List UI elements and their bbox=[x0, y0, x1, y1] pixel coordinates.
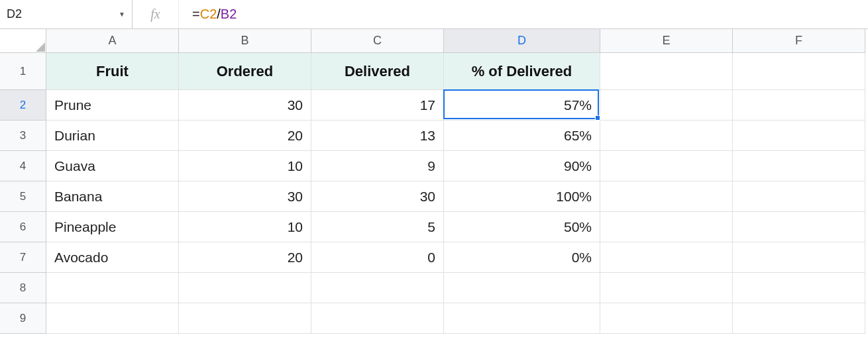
cell-e4[interactable] bbox=[600, 151, 733, 181]
cell-d9[interactable] bbox=[444, 303, 600, 334]
cell-f7[interactable] bbox=[733, 242, 865, 273]
row-header-7[interactable]: 7 bbox=[0, 242, 46, 273]
formula-input[interactable]: =C2/B2 bbox=[179, 7, 868, 22]
cell-d2[interactable]: 57% bbox=[444, 90, 600, 121]
cell-b8[interactable] bbox=[179, 273, 311, 303]
cell-f6[interactable] bbox=[733, 212, 865, 242]
row-header-5[interactable]: 5 bbox=[0, 181, 46, 212]
cell-b4[interactable]: 10 bbox=[179, 151, 311, 181]
cell-c7[interactable]: 0 bbox=[311, 242, 444, 273]
cell-a9[interactable] bbox=[46, 303, 179, 334]
row-header-2[interactable]: 2 bbox=[0, 90, 46, 121]
formula-ref-c2: C2 bbox=[200, 7, 217, 21]
formula-eq: = bbox=[192, 7, 200, 21]
col-header-a[interactable]: A bbox=[46, 29, 179, 53]
cell-e8[interactable] bbox=[600, 273, 733, 303]
cell-a4[interactable]: Guava bbox=[46, 151, 179, 181]
cell-d6[interactable]: 50% bbox=[444, 212, 600, 242]
row-header-8[interactable]: 8 bbox=[0, 273, 46, 303]
cell-f8[interactable] bbox=[733, 273, 865, 303]
cell-b9[interactable] bbox=[179, 303, 311, 334]
cell-c1[interactable]: Delivered bbox=[311, 53, 444, 90]
cell-a1[interactable]: Fruit bbox=[46, 53, 179, 90]
fx-icon[interactable]: fx bbox=[133, 0, 179, 28]
cell-c4[interactable]: 9 bbox=[311, 151, 444, 181]
name-box[interactable]: D2 ▼ bbox=[0, 0, 133, 28]
cell-d8[interactable] bbox=[444, 273, 600, 303]
cell-a7[interactable]: Avocado bbox=[46, 242, 179, 273]
cell-f1[interactable] bbox=[733, 53, 865, 90]
formula-ref-b2: B2 bbox=[221, 7, 237, 21]
cell-b2[interactable]: 30 bbox=[179, 90, 311, 121]
cell-d5[interactable]: 100% bbox=[444, 181, 600, 212]
spreadsheet-grid: A B C D E F 1 Fruit Ordered Delivered % … bbox=[0, 29, 868, 334]
cell-a6[interactable]: Pineapple bbox=[46, 212, 179, 242]
cell-c8[interactable] bbox=[311, 273, 444, 303]
cell-e1[interactable] bbox=[600, 53, 733, 90]
row-header-6[interactable]: 6 bbox=[0, 212, 46, 242]
cell-a3[interactable]: Durian bbox=[46, 121, 179, 151]
chevron-down-icon[interactable]: ▼ bbox=[119, 11, 125, 18]
cell-b3[interactable]: 20 bbox=[179, 121, 311, 151]
cell-f4[interactable] bbox=[733, 151, 865, 181]
row-header-9[interactable]: 9 bbox=[0, 303, 46, 334]
row-header-1[interactable]: 1 bbox=[0, 53, 46, 90]
cell-b5[interactable]: 30 bbox=[179, 181, 311, 212]
cell-e7[interactable] bbox=[600, 242, 733, 273]
cell-c5[interactable]: 30 bbox=[311, 181, 444, 212]
cell-e2[interactable] bbox=[600, 90, 733, 121]
cell-d7[interactable]: 0% bbox=[444, 242, 600, 273]
corner-triangle-icon bbox=[36, 42, 45, 52]
cell-f5[interactable] bbox=[733, 181, 865, 212]
cell-f3[interactable] bbox=[733, 121, 865, 151]
cell-e6[interactable] bbox=[600, 212, 733, 242]
cell-e3[interactable] bbox=[600, 121, 733, 151]
row-header-4[interactable]: 4 bbox=[0, 151, 46, 181]
select-all-corner[interactable] bbox=[0, 29, 46, 53]
col-header-c[interactable]: C bbox=[311, 29, 444, 53]
cell-c3[interactable]: 13 bbox=[311, 121, 444, 151]
col-header-e[interactable]: E bbox=[600, 29, 733, 53]
cell-b6[interactable]: 10 bbox=[179, 212, 311, 242]
cell-d3[interactable]: 65% bbox=[444, 121, 600, 151]
col-header-b[interactable]: B bbox=[179, 29, 311, 53]
cell-c9[interactable] bbox=[311, 303, 444, 334]
formula-bar: D2 ▼ fx =C2/B2 bbox=[0, 0, 868, 29]
cell-f2[interactable] bbox=[733, 90, 865, 121]
cell-a2[interactable]: Prune bbox=[46, 90, 179, 121]
name-box-text: D2 bbox=[7, 7, 119, 21]
cell-f9[interactable] bbox=[733, 303, 865, 334]
cell-b1[interactable]: Ordered bbox=[179, 53, 311, 90]
cell-d1[interactable]: % of Delivered bbox=[444, 53, 600, 90]
cell-a5[interactable]: Banana bbox=[46, 181, 179, 212]
cell-d4[interactable]: 90% bbox=[444, 151, 600, 181]
col-header-f[interactable]: F bbox=[733, 29, 865, 53]
col-header-d[interactable]: D bbox=[444, 29, 600, 53]
cell-e9[interactable] bbox=[600, 303, 733, 334]
cell-a8[interactable] bbox=[46, 273, 179, 303]
cell-c2[interactable]: 17 bbox=[311, 90, 444, 121]
cell-e5[interactable] bbox=[600, 181, 733, 212]
cell-c6[interactable]: 5 bbox=[311, 212, 444, 242]
cell-b7[interactable]: 20 bbox=[179, 242, 311, 273]
row-header-3[interactable]: 3 bbox=[0, 121, 46, 151]
